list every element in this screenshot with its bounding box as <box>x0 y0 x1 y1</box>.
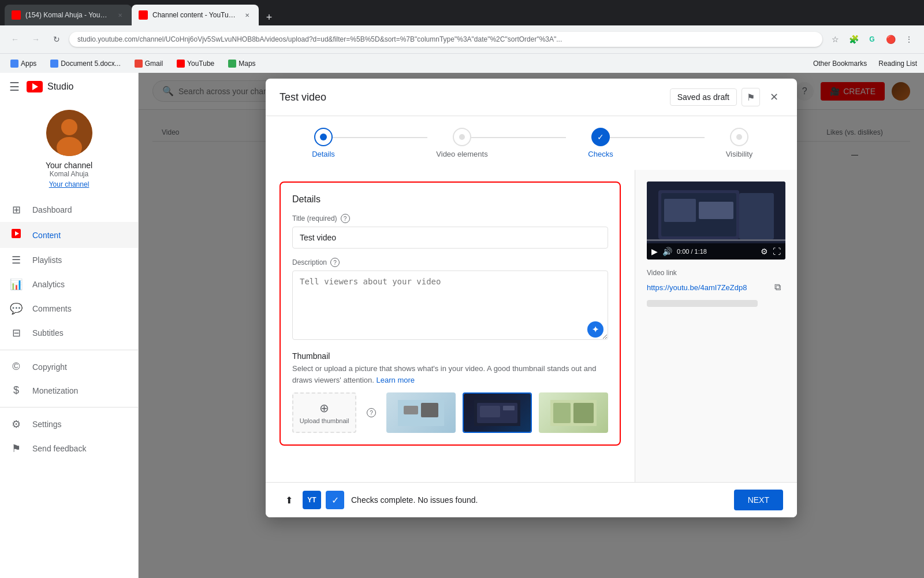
nav-back-button[interactable]: ← <box>7 31 23 47</box>
sidebar-item-label-content: Content <box>32 231 61 240</box>
copy-link-button[interactable]: ⧉ <box>769 279 785 295</box>
bookmark-apps[interactable]: Apps <box>7 58 40 69</box>
play-triangle-icon <box>32 83 38 90</box>
thumbnail-option-1[interactable] <box>386 392 456 433</box>
content-icon <box>9 228 23 242</box>
monetization-icon: $ <box>9 384 23 397</box>
tab-add-button[interactable]: + <box>261 9 277 25</box>
help-thumbnail-icon: ? <box>367 408 376 417</box>
description-label-row: Description ? <box>292 258 608 267</box>
step-visibility-circle <box>730 128 748 146</box>
description-help-icon[interactable]: ? <box>330 258 340 267</box>
copyright-icon: © <box>9 361 23 373</box>
svg-rect-10 <box>480 406 500 417</box>
settings-video-icon[interactable]: ⚙ <box>761 247 768 256</box>
step-checks-circle: ✓ <box>591 128 610 146</box>
thumbnail-preview-1 <box>386 392 456 433</box>
step-video-elements[interactable]: Video elements <box>427 128 497 158</box>
sidebar-item-content[interactable]: Content <box>0 222 138 248</box>
address-input[interactable] <box>69 32 822 47</box>
channel-link[interactable]: Your channel <box>49 180 90 188</box>
channel-name: Your channel <box>46 161 92 170</box>
video-time: 0:00 / 1:18 <box>677 248 707 255</box>
bookmark-youtube-label: YouTube <box>187 60 214 68</box>
hamburger-icon[interactable]: ☰ <box>9 80 20 94</box>
extension-puzzle-icon[interactable]: 🧩 <box>845 31 862 47</box>
svg-rect-19 <box>699 202 733 219</box>
tab-close-youtube[interactable]: ✕ <box>116 10 125 20</box>
studio-logo[interactable]: Studio <box>27 81 73 92</box>
bookmark-gmail-favicon <box>135 60 143 68</box>
main-content: 🔍 ? 🎥 CREATE Video Comments Likes (vs. d… <box>139 73 924 578</box>
sidebar: ☰ Studio Your channel Komal Ahuja <box>0 73 139 578</box>
tab-bar: (154) Komal Ahuja - YouTube ✕ Channel co… <box>0 0 924 25</box>
saved-as-draft-button[interactable]: Saved as draft <box>670 88 737 106</box>
help-thumbnail-button[interactable]: ? <box>363 392 379 433</box>
playlists-icon: ☰ <box>9 254 23 266</box>
app-layout: ☰ Studio Your channel Komal Ahuja <box>0 73 924 578</box>
modal-left-panel: Details Title (required) ? <box>266 170 635 482</box>
channel-avatar[interactable] <box>46 110 92 156</box>
ai-assist-icon[interactable]: ✦ <box>587 321 603 338</box>
nav-refresh-button[interactable]: ↻ <box>49 31 65 47</box>
svg-rect-13 <box>553 403 571 423</box>
tab-studio[interactable]: Channel content - YouTube St... ✕ <box>132 5 259 25</box>
bookmark-star-icon[interactable]: ☆ <box>827 31 843 47</box>
title-field-label: Title (required) <box>292 214 337 223</box>
thumbnail-option-3[interactable] <box>539 392 608 433</box>
next-button[interactable]: NEXT <box>734 490 783 510</box>
sidebar-item-label-playlists: Playlists <box>32 255 62 265</box>
thumbnail-preview-2 <box>464 394 531 432</box>
description-input[interactable] <box>292 271 608 340</box>
close-modal-button[interactable]: ✕ <box>765 88 783 106</box>
ai-icon-symbol: ✦ <box>592 325 599 334</box>
bookmark-youtube[interactable]: YouTube <box>173 58 218 69</box>
video-progress-bar[interactable] <box>647 239 785 241</box>
bookmark-docs[interactable]: Document 5.docx... <box>47 58 124 69</box>
upload-status-icon: ⬆ <box>280 491 298 509</box>
step-checks[interactable]: ✓ Checks <box>566 128 635 158</box>
play-button[interactable]: ▶ <box>651 247 658 256</box>
step-checks-label: Checks <box>588 150 613 158</box>
bookmark-gmail-label: Gmail <box>145 60 163 68</box>
upload-thumbnail-button[interactable]: ⊕ Upload thumbnail <box>292 392 356 433</box>
other-bookmarks[interactable]: Other Bookmarks Reading List <box>813 60 917 68</box>
learn-more-link[interactable]: Learn more <box>377 376 415 384</box>
title-help-icon[interactable]: ? <box>341 214 350 223</box>
thumbnail-option-2[interactable] <box>463 392 532 433</box>
sidebar-item-feedback[interactable]: ⚑ Send feedback <box>0 436 138 461</box>
bookmark-maps-favicon <box>228 60 236 68</box>
sidebar-item-analytics[interactable]: 📊 Analytics <box>0 272 138 297</box>
extension-icon-2[interactable]: 🔴 <box>882 31 899 47</box>
nav-forward-button[interactable]: → <box>28 31 44 47</box>
title-input[interactable] <box>292 227 608 249</box>
sidebar-item-settings[interactable]: ⚙ Settings <box>0 412 138 436</box>
sidebar-item-copyright[interactable]: © Copyright <box>0 355 138 379</box>
settings-icon[interactable]: ⋮ <box>901 31 917 47</box>
svg-point-1 <box>61 119 77 135</box>
sidebar-item-subtitles[interactable]: ⊟ Subtitles <box>0 321 138 345</box>
step-details[interactable]: Details <box>289 128 358 158</box>
tab-youtube[interactable]: (154) Komal Ahuja - YouTube ✕ <box>5 5 132 25</box>
sidebar-item-dashboard[interactable]: ⊞ Dashboard <box>0 198 138 222</box>
sidebar-item-label-subtitles: Subtitles <box>32 328 64 338</box>
bookmark-apps-label: Apps <box>21 60 36 68</box>
bookmark-gmail[interactable]: Gmail <box>131 58 166 69</box>
sidebar-item-playlists[interactable]: ☰ Playlists <box>0 248 138 272</box>
sidebar-item-monetization[interactable]: $ Monetization <box>0 379 138 402</box>
upload-modal: Test video Saved as draft ⚑ ✕ Details <box>266 79 797 517</box>
sidebar-item-comments[interactable]: 💬 Comments <box>0 297 138 321</box>
video-link-url[interactable]: https://youtu.be/4amI7ZeZdp8 <box>647 283 766 292</box>
sidebar-item-label-monetization: Monetization <box>32 386 78 395</box>
flag-button[interactable]: ⚑ <box>742 88 760 106</box>
step-visibility[interactable]: Visibility <box>705 128 774 158</box>
sidebar-item-label-comments: Comments <box>32 304 72 313</box>
svg-rect-6 <box>404 406 418 414</box>
fullscreen-icon[interactable]: ⛶ <box>773 247 781 256</box>
bookmark-maps[interactable]: Maps <box>225 58 259 69</box>
tab-close-studio[interactable]: ✕ <box>243 10 252 20</box>
browser-chrome: (154) Komal Ahuja - YouTube ✕ Channel co… <box>0 0 924 73</box>
grammarly-icon[interactable]: G <box>864 31 880 47</box>
volume-button[interactable]: 🔊 <box>662 247 672 256</box>
step-visibility-label: Visibility <box>726 150 753 158</box>
